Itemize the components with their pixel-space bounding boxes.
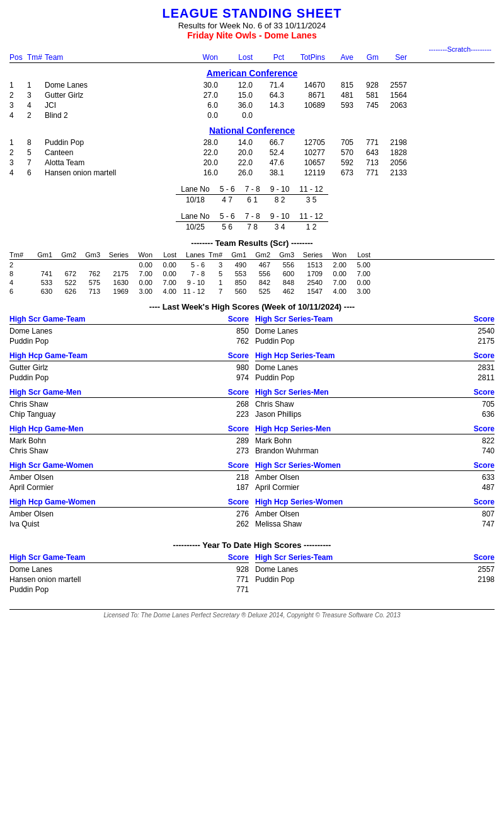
tr-col-gm21: Gm1 [222, 251, 246, 259]
team-pct: 66.7 [253, 138, 284, 147]
hs-entry-row: Brandon Wuhrman740 [255, 446, 495, 456]
lane-date-1025: 10/25 [176, 222, 214, 233]
tr-gm21: 560 [222, 288, 246, 295]
hs-entry-row: Dome Lanes2831 [255, 363, 495, 373]
table-row: 8 741 672 762 2175 7.00 0.00 7 - 8 5 553… [9, 269, 495, 278]
page-header: LEAGUE STANDING SHEET Results for Week N… [9, 6, 495, 40]
tr-col-series: Series [100, 251, 129, 259]
tr-tm1: 6 [9, 288, 28, 295]
team-pct: 47.6 [253, 158, 284, 167]
hs-category: High Scr Game-WomenScoreAmber Olsen218Ap… [9, 461, 249, 492]
hs-cat-name: High Hcp Game-Team [9, 351, 88, 360]
standings-row: 4 2 Blind 2 0.0 0.0 [9, 110, 495, 120]
tr-gm3: 762 [76, 270, 100, 277]
american-conference-section: American Conference 1 1 Dome Lanes 30.0 … [9, 68, 495, 120]
hs-entry-name: Chris Shaw [9, 446, 217, 455]
team-ave: 481 [325, 91, 353, 100]
team-pos: 1 [9, 81, 27, 90]
tr-won: 0.00 [129, 279, 152, 286]
team-totpins: 10277 [284, 148, 325, 157]
hs-entry-name: Melissa Shaw [255, 520, 463, 528]
tr-col-gm2: Gm2 [52, 251, 76, 259]
hs-entry-name: Jason Phillips [255, 410, 463, 419]
scratch-label: --------Scratch--------- [9, 45, 495, 53]
team-won: 30.0 [183, 81, 218, 90]
hs-entry-score: 2198 [463, 575, 495, 584]
hs-entry-name: Dome Lanes [255, 565, 463, 574]
hs-category: High Hcp Series-TeamScoreDome Lanes2831P… [255, 351, 495, 383]
lane-11-12-label-1025: 11 - 12 [294, 211, 328, 222]
hs-category: High Hcp Game-WomenScoreAmber Olsen276Iv… [9, 498, 249, 529]
tr-col-gm3: Gm3 [76, 251, 100, 259]
team-lost: 14.0 [218, 138, 253, 147]
hs-category: High Scr Series-MenScoreChris Shaw705Jas… [255, 388, 495, 419]
team-pos: 4 [9, 168, 27, 177]
hs-entry-row: Puddin Pop2811 [255, 373, 495, 383]
team-pct: 38.1 [253, 168, 284, 177]
team-lost: 36.0 [218, 101, 253, 110]
team-won: 28.0 [183, 138, 218, 147]
hs-entry-row: Puddin Pop2175 [255, 336, 495, 346]
tr-series2: 1709 [294, 270, 323, 277]
hs-category: High Scr Series-TeamScoreDome Lanes2540P… [255, 315, 495, 346]
hs-entry-score: 771 [217, 585, 249, 594]
hs-entry-name: April Cormier [255, 483, 463, 492]
col-header-won: Won [183, 53, 218, 62]
team-ser: 2133 [379, 168, 407, 177]
team-ser [379, 111, 407, 120]
hs-entry-score: 762 [217, 337, 249, 346]
tr-won2: 0.00 [323, 270, 346, 277]
hs-entry-row: Chris Shaw273 [9, 446, 249, 456]
team-won: 20.0 [183, 158, 218, 167]
tr-series2: 1547 [294, 288, 323, 295]
hs-cat-name: High Hcp Series-Men [255, 424, 331, 433]
lane-header-row-1018: Lane No 5 - 6 7 - 8 9 - 10 11 - 12 [176, 184, 328, 195]
tr-col-tm2: Tm# [205, 251, 222, 259]
hs-left-col: High Scr Game-TeamScoreDome Lanes850Pudd… [9, 315, 249, 534]
team-won: 22.0 [183, 148, 218, 157]
hs-category-title: High Hcp Game-WomenScore [9, 498, 249, 508]
hs-entry-score: 268 [217, 400, 249, 409]
tr-gm21: 490 [222, 261, 246, 269]
lane-no-label-1025: Lane No [176, 211, 214, 222]
standings-row: 1 1 Dome Lanes 30.0 12.0 71.4 14670 815 … [9, 80, 495, 90]
lane-9-10-val-1018: 8 2 [265, 195, 295, 206]
team-ser: 2198 [379, 138, 407, 147]
hs-entry-row: Puddin Pop974 [9, 373, 249, 383]
team-ave: 570 [325, 148, 353, 157]
team-lost: 15.0 [218, 91, 253, 100]
team-results-title: -------- Team Results (Scr) -------- [9, 238, 495, 248]
hs-entry-name: Amber Olsen [9, 509, 217, 518]
tr-lost: 0.00 [152, 270, 176, 277]
tr-won: 0.00 [129, 261, 152, 269]
hs-cat-name: High Scr Series-Team [255, 315, 333, 323]
hs-entry-score: 705 [463, 400, 495, 409]
hs-entry-row: Mark Bohn822 [255, 436, 495, 446]
hs-right-col: High Scr Series-TeamScoreDome Lanes2540P… [255, 315, 495, 534]
team-won: 0.0 [183, 111, 218, 120]
team-totpins: 8671 [284, 91, 325, 100]
hs-score-label: Score [474, 315, 495, 323]
hs-entry-row: April Cormier187 [9, 482, 249, 492]
team-lost: 12.0 [218, 81, 253, 90]
team-tm: 4 [27, 101, 45, 110]
lane-section-1025: Lane No 5 - 6 7 - 8 9 - 10 11 - 12 10/25… [9, 211, 495, 232]
hs-entry-score: 807 [463, 509, 495, 518]
team-tm: 7 [27, 158, 45, 167]
tr-col-lost: Lost [152, 251, 176, 259]
team-totpins: 12705 [284, 138, 325, 147]
hs-cat-name: High Hcp Series-Women [255, 498, 343, 506]
col-header-lost: Lost [218, 53, 253, 62]
tr-gm3: 575 [76, 279, 100, 286]
tr-series: 1969 [100, 288, 129, 295]
hs-entry-name: Puddin Pop [255, 337, 463, 346]
national-conference-title: National Conference [9, 125, 495, 136]
tr-won2: 2.00 [323, 261, 346, 269]
lane-11-12-label-1018: 11 - 12 [294, 184, 328, 195]
hs-category-title: High Scr Game-TeamScore [9, 315, 249, 325]
hs-entry-score: 2540 [463, 327, 495, 335]
hs-entry-score: 262 [217, 520, 249, 528]
team-won: 6.0 [183, 101, 218, 110]
hs-entry-row: Dome Lanes850 [9, 326, 249, 336]
national-teams-list: 1 8 Puddin Pop 28.0 14.0 66.7 12705 705 … [9, 137, 495, 178]
